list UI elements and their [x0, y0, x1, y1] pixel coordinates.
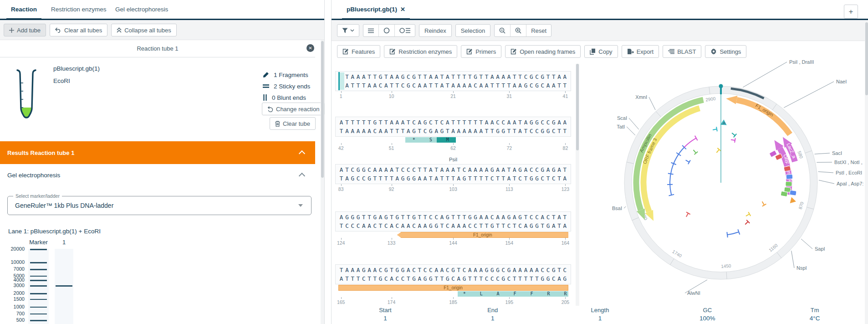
filter-icon: [342, 28, 348, 33]
sequence-block[interactable]: TAAAGAACGTGGACTCCAACGTCAAAGGGCGAAAAACCGT…: [335, 264, 571, 306]
dna-strand: TAAAGAACGTGGACTCCAACGTCAAAGGGCGAAAAACCGT…: [336, 266, 571, 274]
circular-view-button[interactable]: [378, 25, 394, 36]
chevron-down-icon: [298, 204, 303, 207]
both-view-button[interactable]: [394, 25, 415, 36]
reaction-tube-title: Reaction tube 1: [137, 45, 178, 52]
zoom-out-button[interactable]: [495, 25, 510, 36]
gel-marker-band: [30, 293, 47, 294]
gel-marker-band: [30, 269, 47, 270]
test-tube-graphic: [14, 67, 39, 123]
feature-bar-f1-origin[interactable]: F1_origin: [397, 232, 568, 238]
enzyme-leader-line: [627, 127, 635, 135]
collapse-all-tubes-button[interactable]: Collapse all tubes: [111, 24, 177, 36]
gel-marker-band: [30, 262, 47, 263]
dna-strand: ATTTTTGTTAAATCAGCTCATTTTTTAACCAATAGGCCGA…: [336, 118, 571, 127]
collapse-gel-icon: [299, 173, 305, 179]
gel-marker-size-label: 700: [6, 311, 25, 316]
sequence-block[interactable]: PsiIATCGGCAAAATCCCTTATAAATCAAAAGAATAGACC…: [335, 164, 571, 193]
tube-stats: 1 Fragments2 Sticky ends0 Blunt ends: [263, 70, 310, 102]
chevron-down-icon: [350, 29, 354, 32]
tab-gel-electrophoresis[interactable]: Gel electrophoresis: [115, 0, 168, 19]
export-button[interactable]: Export: [622, 45, 659, 58]
linear-view-button[interactable]: [363, 25, 378, 36]
blunt-ends-icon: [263, 94, 267, 101]
gel-marker-band: [30, 314, 47, 315]
enzyme-label: XmnI: [635, 94, 647, 100]
blast-button[interactable]: BLAST: [663, 45, 701, 58]
gel-marker-band: [30, 285, 47, 287]
sequence-block[interactable]: AGGGTTGAGTGTTGTTCCAGTTTGGAACAAGAGTCCACTA…: [335, 211, 571, 247]
change-reaction-button[interactable]: Change reaction: [262, 103, 325, 115]
ladder-select[interactable]: Select marker/ladder GeneRuler™ 1kb Plus…: [7, 196, 311, 215]
zoom-in-button[interactable]: [510, 25, 526, 36]
left-scrollbar[interactable]: [321, 40, 324, 324]
site-block: [781, 191, 788, 196]
sequence-block[interactable]: CTAAATTGTAAGCGTTAATATTTTGTTAAAATTCGCGTTA…: [335, 71, 571, 100]
sequence-ruler: 165174185195205: [335, 297, 571, 306]
plasmid-map[interactable]: 2905808701160145017402030232026102900Amp…: [579, 57, 868, 308]
gel-section-header[interactable]: Gel electrophoresis: [0, 170, 315, 180]
settings-button[interactable]: Settings: [705, 45, 746, 58]
ladder-select-value: GeneRuler™ 1kb Plus DNA-ladder: [15, 202, 113, 209]
zoom-reset-button[interactable]: Reset: [526, 25, 551, 36]
cut-site-marker: [745, 212, 751, 218]
tube-plasmid-name: pBluescript.gb(1): [53, 65, 100, 72]
translation-track: *S: [405, 137, 437, 143]
primer-arc-tick: [727, 232, 727, 237]
gear-icon: [710, 48, 717, 55]
enzyme-label: BstXI , NotI ,: [834, 159, 863, 165]
cut-site-marker: [684, 212, 690, 218]
cut-site-marker: [760, 201, 766, 206]
left-toolbar: Add tube Clear all tubes Collapse all tu…: [0, 20, 324, 40]
tab-close-icon[interactable]: ✕: [400, 6, 405, 13]
tab-pbluescript[interactable]: pBluescript.gb(1) ✕: [347, 0, 405, 19]
sequence-block[interactable]: ATTTTTGTTAAATCAGCTCATTTTTTAACCAATAGGCCGA…: [335, 117, 571, 152]
sequence-viewer[interactable]: CTAAATTGTAAGCGTTAATATTTTGTTAAAATTCGCGTTA…: [335, 54, 577, 306]
clear-all-tubes-button[interactable]: Clear all tubes: [50, 24, 107, 36]
enzyme-leader-line: [819, 180, 834, 184]
tube-stat-text: 0 Blunt ends: [272, 94, 306, 101]
zoom-out-icon: [499, 27, 505, 34]
gel-marker-size-label: 10000: [6, 259, 25, 265]
results-header-bar[interactable]: Results Reaction tube 1: [0, 141, 315, 164]
gel-marker-band: [30, 276, 47, 277]
ring-tick-label: 1160: [768, 242, 779, 252]
gel-lane-1-header: 1: [55, 239, 73, 246]
copy-button[interactable]: Copy: [584, 45, 618, 58]
right-scrollbar[interactable]: [865, 21, 868, 324]
primer-arc-tick: [676, 153, 681, 156]
dna-strand: ATCGGCAAAATCCCTTATAAATCAAAAGAATAGACCGAGA…: [336, 165, 571, 174]
zoom-in-icon: [515, 27, 521, 34]
gel-marker-size-label: 3000: [6, 283, 25, 288]
tab-restriction-enzymes[interactable]: Restriction enzymes: [51, 0, 107, 19]
sequence-ruler: 110213141: [335, 91, 571, 100]
enzyme-label: ApaI , Asp7:: [837, 181, 863, 186]
clear-tube-button[interactable]: Clear tube: [270, 117, 316, 130]
translation-track: M: [437, 137, 456, 143]
cut-site-marker: [730, 131, 736, 137]
gel-plot: Marker1200001000070005000400030002000150…: [0, 239, 315, 324]
results-header-label: Results Reaction tube 1: [7, 149, 74, 156]
filter-button[interactable]: [337, 24, 359, 37]
enzyme-leader-line: [629, 118, 639, 129]
cut-site-marker: [715, 148, 721, 154]
add-tube-button[interactable]: Add tube: [4, 24, 46, 36]
selection-button[interactable]: Selection: [455, 24, 490, 37]
status-length: Length1: [546, 306, 654, 324]
circular-view-icon: [383, 27, 390, 34]
ring-tick-label: 1450: [721, 263, 731, 269]
tab-reaction[interactable]: Reaction: [11, 0, 37, 19]
close-tube-icon[interactable]: ✕: [306, 44, 314, 52]
enzyme-label: SacI: [832, 150, 842, 156]
undo-icon: [55, 27, 61, 33]
view-toolbar: Reindex Selection Reset: [332, 20, 868, 41]
gel-marker-size-label: 2000: [6, 290, 25, 296]
new-tab-button[interactable]: +: [844, 5, 858, 19]
feature-bar-f1-origin[interactable]: F1_origin: [338, 285, 568, 291]
translation-track: *LAFFRR: [458, 291, 568, 297]
linear-view-icon: [368, 28, 374, 33]
tube-stat-row: 2 Sticky ends: [263, 82, 310, 91]
reindex-button[interactable]: Reindex: [419, 24, 452, 37]
gel-marker-band: [30, 280, 47, 281]
enzyme-leader-line: [791, 251, 794, 268]
